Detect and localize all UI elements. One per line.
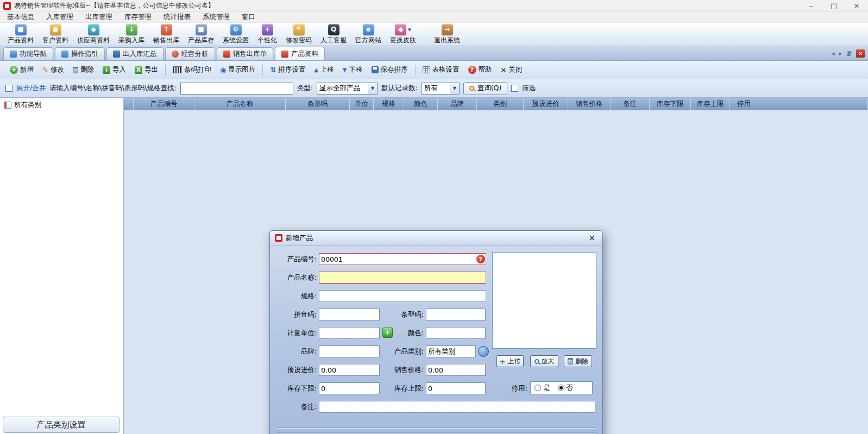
tree-root-all-categories[interactable]: 所有类别 bbox=[0, 98, 123, 112]
action-edit[interactable]: ✎ 修改 bbox=[38, 63, 68, 77]
type-select-value: 显示全部产品 bbox=[317, 84, 368, 93]
toolbar-supplier-info[interactable]: ◆ 供应商资料 bbox=[73, 23, 114, 46]
menu-reports[interactable]: 统计报表 bbox=[158, 12, 197, 22]
header-product-code[interactable]: 产品编号 bbox=[134, 98, 194, 110]
action-help[interactable]: ? 帮助 bbox=[464, 63, 496, 77]
purchase-price-input[interactable] bbox=[319, 364, 380, 376]
category-input[interactable] bbox=[426, 345, 476, 357]
product-image-box[interactable] bbox=[492, 252, 596, 349]
action-save-sort[interactable]: 保存排序 bbox=[367, 63, 412, 77]
sale-price-input[interactable] bbox=[426, 364, 486, 376]
unit-input[interactable] bbox=[319, 327, 380, 339]
menu-outbound[interactable]: 出库管理 bbox=[79, 12, 118, 22]
action-barcode-print[interactable]: 条码打印 bbox=[168, 63, 216, 77]
category-browse-icon[interactable] bbox=[478, 346, 489, 357]
header-stock-min[interactable]: 库存下限 bbox=[650, 98, 691, 110]
header-purchase-price[interactable]: 预设进价 bbox=[524, 98, 568, 110]
radio-no[interactable] bbox=[558, 385, 564, 391]
upload-image-button[interactable]: + 上传 bbox=[496, 355, 524, 367]
stock-min-input[interactable] bbox=[319, 382, 380, 394]
tab-scroll-right-icon[interactable]: ▸ bbox=[839, 49, 842, 58]
toolbar-official-website[interactable]: e 官方网站 bbox=[351, 23, 386, 46]
action-delete[interactable]: 删除 bbox=[68, 63, 98, 77]
tab-function-nav[interactable]: 功能导航 bbox=[3, 47, 53, 60]
action-grid-settings[interactable]: 表格设置 bbox=[418, 63, 464, 77]
tab-list-icon[interactable]: ⇵ bbox=[846, 50, 852, 58]
toolbar-product-info[interactable]: ■ 产品资料 bbox=[3, 23, 38, 46]
tree-root-label: 所有类别 bbox=[14, 100, 41, 110]
product-code-input[interactable] bbox=[319, 253, 486, 265]
pinyin-input[interactable] bbox=[319, 309, 380, 320]
action-move-down[interactable]: ▼ 下移 bbox=[338, 63, 367, 77]
toolbar-system-settings[interactable]: ⚙ 系统设置 bbox=[218, 23, 253, 46]
toolbar-personalize[interactable]: + 个性化 bbox=[253, 23, 281, 46]
toolbar-change-password[interactable]: * 修改密码 bbox=[281, 23, 316, 46]
tab-close-icon[interactable]: × bbox=[856, 49, 865, 58]
action-close[interactable]: × 关闭 bbox=[496, 63, 527, 77]
expand-checkbox[interactable] bbox=[5, 85, 12, 92]
records-select[interactable]: 所有 ▼ bbox=[422, 83, 460, 95]
header-remark[interactable]: 备注 bbox=[611, 98, 650, 110]
query-button[interactable]: 查询(Q) bbox=[463, 82, 508, 95]
header-disabled[interactable]: 停用 bbox=[730, 98, 758, 110]
tab-operation-guide[interactable]: 操作指引 bbox=[55, 47, 105, 60]
sort-icon: ⇅ bbox=[270, 66, 276, 74]
action-import[interactable]: ↓ 导入 bbox=[98, 63, 130, 77]
search-icon bbox=[469, 86, 474, 91]
action-add[interactable]: + 新增 bbox=[5, 63, 38, 77]
brand-input[interactable] bbox=[319, 345, 380, 357]
action-sort-settings[interactable]: ⇅ 排序设置 bbox=[266, 63, 310, 77]
menu-basic-info[interactable]: 基本信息 bbox=[1, 12, 40, 22]
header-color[interactable]: 颜色 bbox=[404, 98, 438, 110]
tab-scroll-left-icon[interactable]: ◂ bbox=[832, 49, 835, 58]
close-button[interactable]: × bbox=[845, 0, 868, 11]
action-export[interactable]: X 导出 bbox=[130, 63, 162, 77]
menu-inbound[interactable]: 入库管理 bbox=[40, 12, 79, 22]
radio-yes[interactable] bbox=[534, 385, 541, 391]
header-product-name[interactable]: 产品名称 bbox=[194, 98, 286, 110]
toolbar-customer-service[interactable]: Q 人工客服 bbox=[316, 23, 351, 46]
tab-business-analysis[interactable]: 经营分析 bbox=[165, 47, 215, 60]
menu-window[interactable]: 窗口 bbox=[236, 12, 261, 22]
header-unit[interactable]: 单位 bbox=[350, 98, 374, 110]
color-input[interactable] bbox=[426, 327, 486, 339]
toolbar-change-skin[interactable]: ◆ ▼ 更换皮肤 bbox=[386, 23, 420, 46]
header-spec[interactable]: 规格 bbox=[374, 98, 404, 110]
toolbar-customer-info[interactable]: ● 客户资料 bbox=[38, 23, 73, 46]
tab-product-info[interactable]: 产品资料 bbox=[275, 47, 325, 60]
delete-image-button[interactable]: 删除 bbox=[564, 355, 592, 367]
toolbar-purchase-in[interactable]: ↓ 采购入库 bbox=[114, 23, 149, 46]
zoom-label: 放大 bbox=[542, 357, 555, 366]
dialog-close-icon[interactable]: × bbox=[586, 233, 597, 243]
header-brand[interactable]: 品牌 bbox=[438, 98, 477, 110]
zoom-image-button[interactable]: 放大 bbox=[530, 355, 558, 367]
help-icon: ? bbox=[468, 66, 476, 74]
toolbar-product-stock[interactable]: ■ 产品库存 bbox=[184, 23, 218, 46]
remark-input[interactable] bbox=[319, 401, 595, 413]
help-badge-icon[interactable]: ? bbox=[476, 255, 485, 263]
action-show-image[interactable]: ◉ 显示图片 bbox=[216, 63, 260, 77]
action-move-up[interactable]: ▲ 上移 bbox=[310, 63, 338, 77]
type-select[interactable]: 显示全部产品 ▼ bbox=[317, 83, 378, 95]
tab-sales-order[interactable]: 销售出库单 bbox=[217, 47, 274, 60]
barcode-input[interactable] bbox=[426, 309, 486, 320]
tab-inout-summary[interactable]: 出入库汇总 bbox=[106, 47, 163, 60]
header-category[interactable]: 类别 bbox=[477, 98, 524, 110]
service-icon: Q bbox=[328, 24, 339, 35]
minimize-button[interactable]: – bbox=[800, 0, 822, 11]
menu-system[interactable]: 系统管理 bbox=[197, 12, 236, 22]
spec-input[interactable] bbox=[319, 290, 486, 302]
menu-stock[interactable]: 库存管理 bbox=[118, 12, 158, 22]
expand-toggle-link[interactable]: 展开/合并 bbox=[16, 84, 46, 93]
filter-checkbox[interactable] bbox=[511, 85, 518, 92]
maximize-button[interactable]: □ bbox=[822, 0, 845, 11]
toolbar-exit-system[interactable]: → 退出系统 bbox=[430, 23, 464, 46]
search-input[interactable] bbox=[180, 83, 293, 95]
stock-max-input[interactable] bbox=[426, 382, 486, 394]
category-settings-button[interactable]: 产品类别设置 bbox=[3, 417, 119, 433]
header-stock-max[interactable]: 库存上限 bbox=[691, 98, 730, 110]
toolbar-sales-out[interactable]: ↑ 销售出库 bbox=[149, 23, 184, 46]
header-barcode[interactable]: 条形码 bbox=[286, 98, 350, 110]
header-sale-price[interactable]: 销售价格 bbox=[568, 98, 611, 110]
product-name-input[interactable] bbox=[319, 272, 486, 284]
